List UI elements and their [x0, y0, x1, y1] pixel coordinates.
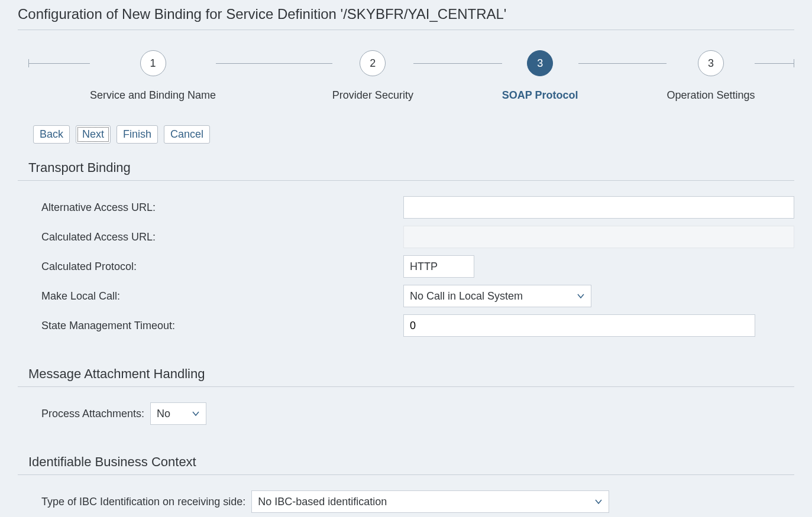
input-alt-access-url[interactable]: [403, 196, 794, 219]
chevron-down-icon: [577, 292, 585, 300]
step-soap-protocol[interactable]: 3 SOAP Protocol: [502, 50, 578, 102]
select-local-call-value: No Call in Local System: [410, 290, 523, 303]
select-ibc-type[interactable]: No IBC-based identification: [251, 490, 609, 513]
section-title-attach: Message Attachment Handling: [18, 360, 794, 387]
row-process-attachments: Process Attachments: No: [18, 399, 794, 428]
step-service-binding-name[interactable]: 1 Service and Binding Name: [90, 50, 216, 102]
row-ibc-type: Type of IBC Identification on receiving …: [18, 487, 794, 516]
step-number: 2: [360, 50, 386, 76]
label-calc-access-url: Calculated Access URL:: [41, 231, 403, 243]
step-number: 1: [140, 50, 166, 76]
select-process-attachments[interactable]: No: [150, 402, 206, 425]
step-label: Provider Security: [332, 89, 413, 102]
chevron-down-icon: [192, 409, 200, 418]
step-number: 3: [698, 50, 724, 76]
select-local-call[interactable]: No Call in Local System: [403, 285, 591, 307]
label-timeout: State Management Timeout:: [41, 320, 403, 332]
label-ibc-type: Type of IBC Identification on receiving …: [41, 496, 245, 508]
row-calc-access-url: Calculated Access URL:: [18, 222, 794, 252]
back-button[interactable]: Back: [33, 125, 70, 144]
input-timeout[interactable]: [403, 314, 755, 337]
section-title-ibc: Identifiable Business Context: [18, 448, 794, 475]
row-alt-access-url: Alternative Access URL:: [18, 193, 794, 222]
cancel-button[interactable]: Cancel: [164, 125, 210, 144]
select-process-attachments-value: No: [157, 408, 170, 420]
label-calc-protocol: Calculated Protocol:: [41, 261, 403, 273]
row-timeout: State Management Timeout:: [18, 311, 794, 340]
label-local-call: Make Local Call:: [41, 290, 403, 303]
step-label: Operation Settings: [667, 89, 755, 102]
section-title-transport: Transport Binding: [18, 154, 794, 181]
label-process-attachments: Process Attachments:: [41, 408, 144, 420]
label-alt-access-url: Alternative Access URL:: [41, 201, 403, 214]
stepper-connector: [755, 63, 794, 64]
step-provider-security[interactable]: 2 Provider Security: [332, 50, 413, 102]
next-button[interactable]: Next: [76, 125, 111, 144]
field-calc-protocol: HTTP: [403, 255, 474, 278]
step-operation-settings[interactable]: 3 Operation Settings: [667, 50, 755, 102]
wizard-stepper: 1 Service and Binding Name 2 Provider Se…: [18, 30, 794, 125]
step-label: SOAP Protocol: [502, 89, 578, 102]
stepper-connector: [578, 63, 667, 64]
finish-button[interactable]: Finish: [117, 125, 158, 144]
row-local-call: Make Local Call: No Call in Local System: [18, 281, 794, 311]
step-label: Service and Binding Name: [90, 89, 216, 102]
page-root: Configuration of New Binding for Service…: [0, 0, 812, 517]
field-calc-access-url: [403, 226, 794, 248]
stepper-end-cap: [794, 59, 794, 67]
select-ibc-type-value: No IBC-based identification: [258, 496, 387, 508]
stepper-connector: [413, 63, 502, 64]
step-number: 3: [527, 50, 553, 76]
stepper-connector: [29, 63, 90, 64]
chevron-down-icon: [594, 498, 603, 506]
row-calc-protocol: Calculated Protocol: HTTP: [18, 252, 794, 281]
wizard-button-row: Back Next Finish Cancel: [18, 125, 794, 154]
page-title: Configuration of New Binding for Service…: [18, 0, 794, 30]
stepper-connector: [216, 63, 332, 64]
